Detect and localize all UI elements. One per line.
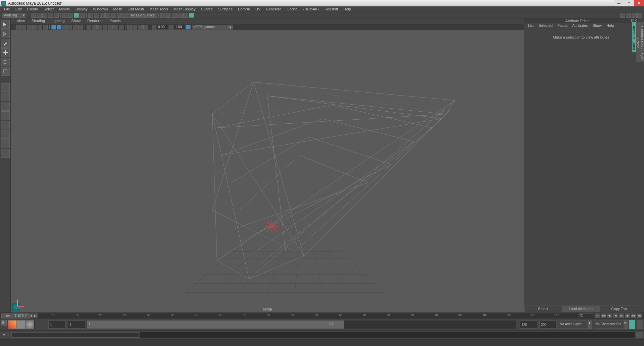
ipr-render-icon[interactable] — [172, 13, 177, 18]
isolate-icon[interactable] — [127, 25, 132, 30]
menu-mesh[interactable]: Mesh — [110, 6, 125, 12]
menu-3dtoall[interactable]: - 3DtoAll - — [300, 6, 322, 12]
wireframe-icon[interactable] — [87, 25, 91, 30]
ao-icon[interactable] — [113, 25, 118, 30]
go-end-button[interactable]: ⏭ — [637, 313, 642, 318]
shelf-tab-turtle[interactable]: TURTLE — [12, 313, 30, 319]
last-tool[interactable] — [1, 83, 10, 92]
script-language-label[interactable]: MEL — [1, 333, 11, 337]
auto-key-button[interactable] — [629, 320, 635, 329]
grease-pencil-icon[interactable] — [43, 25, 48, 30]
camera-select-icon[interactable] — [16, 25, 21, 30]
menu-edit-mesh[interactable]: Edit Mesh — [125, 6, 147, 12]
anim-layer-dropdown[interactable]: No Anim Layer — [558, 321, 588, 329]
panel-menu-renderer[interactable]: Renderer — [84, 18, 106, 24]
2d-pan-icon[interactable] — [38, 25, 42, 30]
menu-curves[interactable]: Curves — [198, 6, 215, 12]
menu-mesh-display[interactable]: Mesh Display — [171, 6, 198, 12]
construction-history-icon[interactable] — [160, 13, 165, 18]
shelf-tab-bullet[interactable]: ullet — [1, 313, 12, 319]
render-frame-icon[interactable] — [166, 13, 171, 18]
workspace-selector[interactable]: Modeling — [2, 13, 22, 18]
range-track[interactable]: 1 120 — [87, 321, 516, 329]
prefs-button[interactable] — [637, 320, 643, 329]
toggle-tool-settings-icon[interactable] — [632, 13, 637, 18]
ae-load-attributes-button[interactable]: Load Attributes — [562, 305, 600, 312]
exposure-icon[interactable] — [152, 25, 156, 30]
menu-redshift[interactable]: Redshift — [322, 6, 341, 12]
range-out-input[interactable] — [520, 321, 537, 329]
menu-deform[interactable]: Deform — [235, 6, 253, 12]
script-editor-icon[interactable] — [636, 332, 643, 338]
exposure-input[interactable] — [157, 25, 168, 30]
ae-menu-selected[interactable]: Selected — [536, 23, 555, 28]
menu-select[interactable]: Select — [41, 6, 57, 12]
menu-file[interactable]: File — [1, 6, 13, 12]
ae-menu-list[interactable]: List — [526, 23, 536, 28]
anim-layer-dropdown-arrow-icon[interactable]: ▾ — [588, 321, 592, 329]
ae-menu-attributes[interactable]: Attributes — [570, 23, 590, 28]
gamma-icon[interactable] — [169, 25, 174, 30]
shadows-icon[interactable] — [108, 25, 113, 30]
workspace-dropdown-icon[interactable]: ▾ — [22, 13, 26, 18]
menu-help[interactable]: Help — [341, 6, 354, 12]
move-tool[interactable] — [1, 48, 10, 57]
tab-attribute-editor[interactable]: Attribute Editor — [632, 22, 636, 52]
xray-comp-icon[interactable] — [143, 25, 148, 30]
toggle-attribute-icon[interactable] — [626, 13, 631, 18]
color-space-dropdown[interactable]: sRGB gamma — [192, 25, 229, 30]
character-set-dropdown[interactable]: No Character Set — [594, 321, 624, 329]
lasso-tool[interactable] — [1, 30, 10, 38]
redo-icon[interactable] — [54, 13, 59, 18]
layout-more-icon[interactable] — [1, 149, 10, 158]
panel-menu-panels[interactable]: Panels — [106, 18, 124, 24]
grid-toggle-icon[interactable] — [51, 25, 56, 30]
menu-create[interactable]: Create — [24, 6, 41, 12]
film-gate-icon[interactable] — [57, 25, 61, 30]
snap-live-icon[interactable] — [117, 13, 122, 18]
close-button[interactable]: ✕ — [634, 0, 644, 6]
step-back-key-button[interactable]: ◀◀ — [601, 313, 606, 318]
shelf-nav-right-icon[interactable]: ▸ — [34, 313, 38, 318]
menu-edit[interactable]: Edit — [13, 6, 24, 12]
range-start-input[interactable] — [48, 321, 66, 329]
layout-two-icon[interactable] — [1, 102, 10, 111]
timeline-ruler[interactable]: 1510152025303540455055606570758085909510… — [8, 313, 578, 318]
rotate-tool[interactable] — [1, 58, 10, 66]
ae-menu-help[interactable]: Help — [604, 23, 616, 28]
new-scene-icon[interactable] — [31, 13, 36, 18]
select-component-icon[interactable] — [74, 13, 79, 18]
snap-surface-icon[interactable] — [111, 13, 116, 18]
step-back-button[interactable]: ◀| — [607, 313, 612, 318]
color-space-dropdown-arrow-icon[interactable]: ▾ — [229, 25, 233, 30]
undo-icon[interactable] — [48, 13, 53, 18]
gate-mask-icon[interactable] — [67, 25, 72, 30]
layout-four-icon[interactable] — [1, 111, 10, 120]
snap-point-icon[interactable] — [100, 13, 105, 18]
panel-menu-view[interactable]: View — [13, 18, 28, 24]
image-plane-icon[interactable] — [32, 25, 37, 30]
shelf-item-2[interactable] — [17, 320, 26, 329]
character-set-dropdown-arrow-icon[interactable]: ▾ — [624, 321, 628, 329]
smooth-shade-icon[interactable] — [92, 25, 97, 30]
layout-custom1-icon[interactable] — [1, 121, 10, 129]
play-back-button[interactable]: ◀ — [613, 313, 618, 318]
ae-menu-focus[interactable]: Focus — [555, 23, 570, 28]
range-in-input[interactable] — [68, 321, 85, 329]
resolution-gate-icon[interactable] — [62, 25, 67, 30]
menu-surfaces[interactable]: Surfaces — [215, 6, 235, 12]
menu-uv[interactable]: UV — [253, 6, 263, 12]
snap-plane-icon[interactable] — [105, 13, 110, 18]
xray-joints-icon[interactable] — [138, 25, 143, 30]
menu-display[interactable]: Display — [73, 6, 90, 12]
layout-custom2-icon[interactable] — [1, 130, 10, 139]
step-forward-key-button[interactable]: ▶▶ — [631, 313, 636, 318]
render-settings-icon[interactable] — [178, 13, 183, 18]
snap-grid-icon[interactable] — [88, 13, 93, 18]
shelf-item-1[interactable] — [8, 320, 17, 329]
time-slider[interactable]: 1 15101520253035404550556065707580859095… — [0, 312, 644, 319]
command-input[interactable] — [11, 332, 139, 338]
field-chart-icon[interactable] — [73, 25, 78, 30]
play-forward-button[interactable]: ▶ — [619, 313, 624, 318]
menu-mesh-tools[interactable]: Mesh Tools — [147, 6, 170, 12]
